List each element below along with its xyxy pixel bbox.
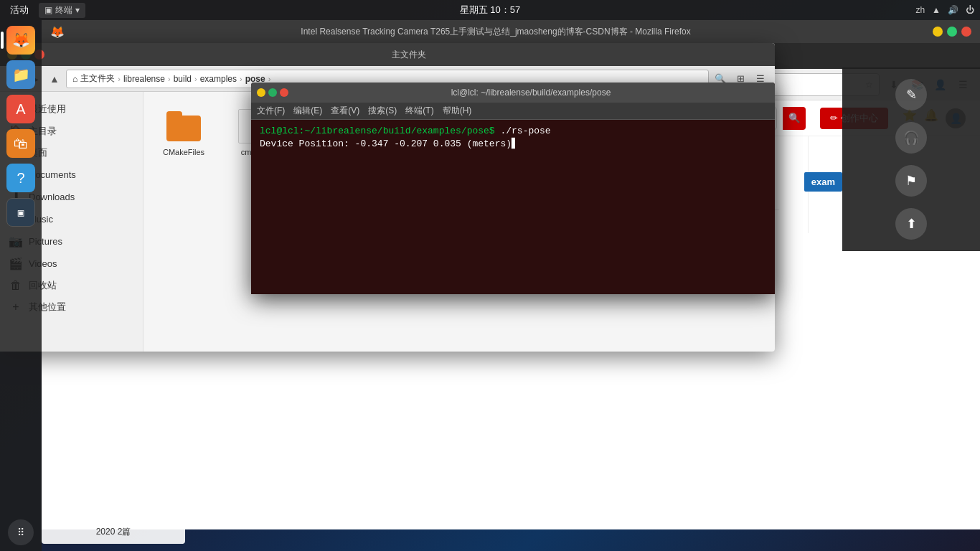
breadcrumb-sep-1: › <box>118 75 121 83</box>
dock-icon-files[interactable]: 📁 <box>6 60 35 89</box>
firefox-window-title: Intel Realsense Tracking Camera T265上手测试… <box>70 26 921 38</box>
taskbar-clock: 星期五 10：57 <box>460 4 521 17</box>
breadcrumb-build[interactable]: build <box>174 74 192 84</box>
terminal-taskbar-button[interactable]: ▣ 终端 ▾ <box>39 3 85 18</box>
show-all-apps-button[interactable]: ⠿ <box>8 519 34 545</box>
files-icon: 📁 <box>12 66 30 83</box>
dock-icon-help[interactable]: ? <box>6 164 35 192</box>
fm-up-button[interactable]: ▲ <box>46 70 63 88</box>
terminal-close-button[interactable] <box>280 88 288 97</box>
activities-button[interactable]: 活动 <box>6 2 33 18</box>
fm-title: 主文件夹 <box>50 49 768 61</box>
terminal-menu-help[interactable]: 帮助(H) <box>443 105 472 117</box>
firefox-titlebar: 🦊 Intel Realsense Tracking Camera T265上手… <box>42 20 980 43</box>
terminal-output: Device Position: -0.347 -0.207 0.035 (me… <box>260 138 766 149</box>
right-panel-flag-button[interactable]: ⚑ <box>895 165 927 197</box>
taskbar-top: 活动 ▣ 终端 ▾ 星期五 10：57 zh ▲ 🔊 ⏻ <box>0 0 980 20</box>
right-panel-scroll-top-button[interactable]: ⬆ <box>895 208 927 240</box>
dock-icon-firefox[interactable]: 🦊 <box>6 26 35 55</box>
help-icon: ? <box>17 170 24 187</box>
firefox-app-icon: 🦊 <box>50 25 65 39</box>
breadcrumb-arrow: › <box>268 75 271 83</box>
terminal-taskbar-icon: ▣ <box>44 5 52 15</box>
breadcrumb-examples[interactable]: examples <box>200 74 237 84</box>
terminal-window: lcl@lcl: ~/librealense/build/examples/po… <box>251 83 775 294</box>
firefox-minimize-button[interactable] <box>933 27 943 37</box>
file-name-cmakefiles: CMakeFiles <box>163 148 204 156</box>
wifi-icon[interactable]: ▲ <box>932 5 941 15</box>
lang-indicator[interactable]: zh <box>915 5 925 15</box>
year-stats: 2020 2篇 <box>42 520 185 544</box>
terminal-menu-terminal[interactable]: 终端(T) <box>405 105 433 117</box>
terminal-menu-file[interactable]: 文件(F) <box>257 105 285 117</box>
breadcrumb-sep-4: › <box>240 75 242 83</box>
folder-icon-cmakefiles <box>166 109 201 143</box>
firefox-icon: 🦊 <box>12 32 30 49</box>
software-center-icon: 🛍 <box>14 136 28 152</box>
right-panel-edit-button[interactable]: ✎ <box>895 79 927 110</box>
dock-icon-software-center[interactable]: 🛍 <box>6 129 35 158</box>
terminal-taskbar-label: 终端 <box>55 4 72 17</box>
firefox-maximize-button[interactable] <box>947 27 957 37</box>
terminal-menu-view[interactable]: 查看(V) <box>331 105 359 117</box>
exam-badge: exam <box>804 172 842 192</box>
firefox-window-controls <box>933 27 971 37</box>
application-dock: 🦊 📁 A 🛍 ? ▣ ⠿ <box>0 20 42 551</box>
terminal-prompt: lcl@lcl:~/librealense/build/examples/pos… <box>260 126 495 136</box>
dock-icon-terminal[interactable]: ▣ <box>6 198 35 227</box>
file-item-cmakefiles[interactable]: CMakeFiles <box>155 103 212 162</box>
breadcrumb-librealense[interactable]: librealense <box>123 74 165 84</box>
terminal-restore-button[interactable] <box>268 88 277 97</box>
apps-grid-icon: ⠿ <box>17 527 24 538</box>
right-panel: ✎ 🎧 ⚑ ⬆ <box>842 67 980 251</box>
taskbar-left: 活动 ▣ 终端 ▾ <box>6 2 85 18</box>
fm-titlebar: 主文件夹 <box>0 43 775 66</box>
terminal-taskbar-arrow: ▾ <box>75 5 80 15</box>
terminal-menubar: 文件(F) 编辑(E) 查看(V) 搜索(S) 终端(T) 帮助(H) <box>251 103 775 120</box>
libreoffice-icon: A <box>16 101 25 118</box>
breadcrumb-sep-2: › <box>168 75 171 83</box>
firefox-close-button[interactable] <box>961 27 971 37</box>
right-panel-headset-button[interactable]: 🎧 <box>895 122 927 154</box>
breadcrumb-home-icon: ⌂ <box>72 74 77 84</box>
terminal-content[interactable]: lcl@lcl:~/librealense/build/examples/pos… <box>251 120 775 294</box>
terminal-menu-edit[interactable]: 编辑(E) <box>293 105 322 117</box>
terminal-icon: ▣ <box>18 207 24 218</box>
csdn-search-button[interactable]: 🔍 <box>783 107 806 130</box>
terminal-title: lcl@lcl: ~/librealense/build/examples/po… <box>293 88 769 98</box>
terminal-line-1: lcl@lcl:~/librealense/build/examples/pos… <box>260 126 766 136</box>
taskbar-right: zh ▲ 🔊 ⏻ <box>915 5 974 15</box>
terminal-command: ./rs-pose <box>495 126 551 136</box>
breadcrumb-home[interactable]: 主文件夹 <box>80 72 115 85</box>
terminal-window-controls <box>257 88 288 97</box>
power-icon[interactable]: ⏻ <box>966 5 974 15</box>
terminal-menu-search[interactable]: 搜索(S) <box>368 105 397 117</box>
terminal-minimize-button[interactable] <box>257 88 265 97</box>
breadcrumb-sep-3: › <box>194 75 197 83</box>
volume-icon[interactable]: 🔊 <box>948 5 958 15</box>
terminal-titlebar: lcl@lcl: ~/librealense/build/examples/po… <box>251 83 775 103</box>
dock-icon-libreoffice[interactable]: A <box>6 95 35 123</box>
